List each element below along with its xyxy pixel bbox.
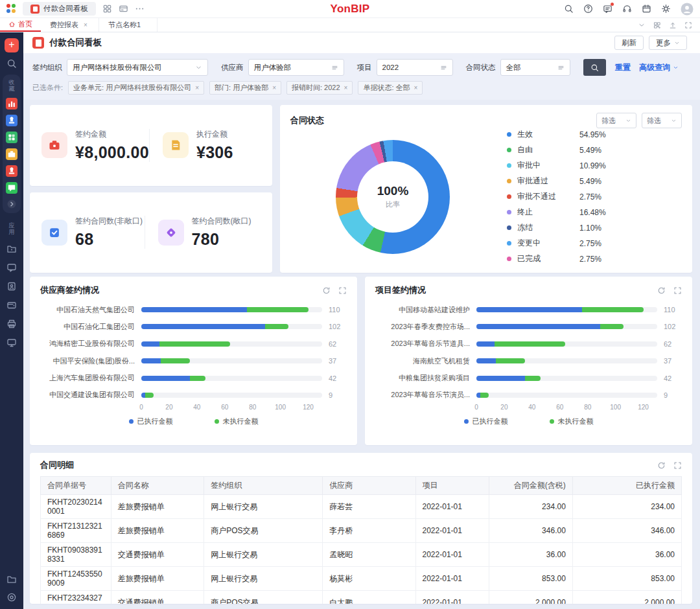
bar-segment-已执行金额 [141, 376, 190, 381]
refresh-icon[interactable] [657, 286, 666, 295]
filter-field-input-3[interactable]: 全部 [500, 59, 570, 76]
remove-tag-icon[interactable]: × [272, 84, 276, 91]
bar-row[interactable]: 中国交通建设集团有限公司9 [40, 389, 347, 401]
headset-icon[interactable] [622, 4, 632, 14]
donut-filter-select-0[interactable]: 筛选 [596, 113, 636, 128]
legend-item-变更中[interactable]: 变更中2.75% [507, 237, 672, 249]
bar-row[interactable]: 中国石油化工集团公司102 [40, 321, 347, 332]
legend-item-生效[interactable]: 生效54.95% [507, 128, 672, 141]
supplier-bar-chart[interactable]: 中国石油天然气集团公司110中国石油化工集团公司102鸿海精密工业股份有限公司6… [40, 296, 347, 402]
legend-item-已完成[interactable]: 已完成2.75% [507, 253, 672, 265]
table-row[interactable]: FKHT090383918331交通费报销单网上银行交易孟晓昭2022-01-0… [41, 543, 682, 567]
bar-row[interactable]: 2023年春季友费控市场...102 [375, 321, 682, 332]
bar-legend-未执行金额[interactable]: 未执行金额 [215, 417, 259, 426]
remove-tag-icon[interactable]: × [414, 84, 418, 91]
project-bar-chart[interactable]: 中国移动基站建设维护1102023年春季友费控市场...1022023年草莓音乐… [375, 296, 682, 402]
expand-favorites-icon[interactable] [6, 199, 17, 209]
sidebar-doc-user-icon[interactable] [6, 281, 17, 292]
sidebar-printer-icon[interactable] [6, 319, 17, 329]
more-ellipsis-icon[interactable] [135, 4, 145, 14]
legend-item-审批通过[interactable]: 审批通过5.49% [507, 175, 672, 187]
expand-icon[interactable] [673, 461, 682, 470]
refresh-button[interactable]: 刷新 [614, 36, 644, 50]
bar-row[interactable]: 中粮集团扶贫采购项目42 [375, 373, 682, 384]
legend-item-审批中[interactable]: 审批中10.99% [507, 159, 672, 172]
sidebar-fav-report-app-icon[interactable] [6, 98, 18, 109]
bar-row[interactable]: 2023年草莓音乐节道具...62 [375, 338, 682, 350]
donut-filter-select-1[interactable]: 筛选 [642, 113, 682, 128]
search-icon[interactable] [564, 4, 574, 14]
tabs-chevron-down-icon[interactable] [638, 21, 646, 29]
kpi-label: 签约金额 [75, 129, 149, 140]
table-row[interactable]: FKHT124535509009差旅费报销单网上银行交易杨莫彬2022-01-0… [41, 567, 682, 591]
favorites-label: 收藏 [8, 79, 16, 93]
advanced-query-link[interactable]: 高级查询 [639, 62, 679, 73]
bar-row[interactable]: 中国平安保险(集团)股份...37 [40, 355, 347, 367]
sidebar-monitor-chat-icon[interactable] [6, 338, 17, 348]
add-button[interactable]: + [5, 38, 19, 52]
filter-field-input-0[interactable]: 用户网络科技股份有限公司 [67, 59, 208, 76]
expand-icon[interactable] [673, 286, 682, 295]
sidebar-search-icon[interactable] [6, 58, 17, 69]
refresh-icon[interactable] [657, 461, 666, 470]
reset-link[interactable]: 重置 [615, 62, 631, 73]
bar-legend-已执行金额[interactable]: 已执行金额 [464, 417, 508, 426]
bar-row[interactable]: 海南航空飞机租赁37 [375, 355, 682, 367]
table-row[interactable]: FKHT232343277467交通费报销单商户POS交易白大鹏2022-01-… [41, 591, 682, 604]
settings-icon[interactable] [661, 4, 671, 14]
grid-apps-icon[interactable] [102, 4, 112, 14]
sidebar-fav-chat-app-icon[interactable] [6, 182, 18, 194]
legend-item-冻结[interactable]: 冻结1.10% [507, 222, 672, 234]
bar-value-label: 37 [664, 357, 682, 365]
bar-category-label: 2023年草莓音乐节演员... [375, 390, 470, 400]
bar-legend-未执行金额[interactable]: 未执行金额 [550, 417, 594, 426]
filter-field-input-2[interactable]: 2022 [377, 59, 453, 76]
qr-grid-icon[interactable] [653, 21, 661, 29]
refresh-icon[interactable] [322, 286, 331, 295]
expand-icon[interactable] [338, 286, 347, 295]
bar-row[interactable]: 中国石油天然气集团公司110 [40, 304, 347, 316]
bar-row[interactable]: 上海汽车集团股份有限公司42 [40, 373, 347, 384]
sidebar-fav-briefcase-app-icon[interactable] [6, 148, 18, 160]
dashboard-doc-tab[interactable]: 付款合同看板 [23, 2, 96, 16]
legend-item-自由[interactable]: 自由5.49% [507, 144, 672, 156]
bar-row[interactable]: 2023年草莓音乐节演员...9 [375, 389, 682, 401]
sidebar-fav-stamp-app-icon[interactable] [6, 115, 18, 126]
card-view-icon[interactable] [119, 4, 128, 14]
bar-row[interactable]: 中国移动基站建设维护110 [375, 304, 682, 316]
sidebar-fav-grid-app-icon[interactable] [6, 132, 18, 143]
help-icon[interactable] [583, 4, 593, 14]
legend-item-终止[interactable]: 终止16.48% [507, 206, 672, 218]
sidebar-folder-icon[interactable] [6, 574, 17, 584]
yonyou-logo-icon[interactable] [6, 4, 16, 14]
remove-tag-icon[interactable]: × [344, 84, 348, 91]
calendar-icon[interactable] [642, 4, 651, 14]
table-row[interactable]: FKHT202302140001差旅费报销单网上银行交易薛若芸2022-01-0… [41, 495, 682, 519]
sidebar-chat-icon[interactable] [6, 262, 17, 273]
nav-tab-1[interactable]: 节点名称1 [99, 18, 158, 32]
sidebar-target-icon[interactable] [6, 592, 17, 603]
bar-row[interactable]: 鸿海精密工业股份有限公司62 [40, 338, 347, 350]
user-avatar[interactable] [681, 3, 694, 16]
bar-legend-已执行金额[interactable]: 已执行金额 [129, 417, 173, 426]
message-icon[interactable] [603, 4, 612, 14]
nav-tab-0[interactable]: 费控报表× [41, 18, 99, 32]
remove-tag-icon[interactable]: × [195, 84, 199, 91]
close-tab-icon[interactable]: × [84, 21, 88, 29]
search-button[interactable] [583, 59, 607, 76]
legend-percent: 5.49% [579, 177, 672, 186]
more-button[interactable]: 更多 [649, 36, 687, 50]
table-row[interactable]: FKHT213123216869差旅费报销单商户POS交易李丹桥2022-01-… [41, 519, 682, 543]
sidebar-fav-seal-app-icon[interactable] [6, 165, 18, 177]
upload-icon[interactable] [669, 21, 677, 29]
legend-item-审批不通过[interactable]: 审批不通过2.75% [507, 190, 672, 203]
fullscreen-icon[interactable] [684, 21, 692, 29]
filter-field-input-1[interactable]: 用户体验部 [248, 59, 344, 76]
sidebar-folder-star-icon[interactable] [6, 244, 17, 254]
table-cell: FKHT213123216869 [41, 519, 111, 543]
tab-home[interactable]: 首页 [0, 18, 41, 32]
x-tick: 40 [528, 404, 535, 411]
contract-status-donut-chart[interactable]: 100% 比率 [336, 140, 450, 254]
nav-tab-label: 节点名称1 [108, 20, 141, 30]
sidebar-wallet-icon[interactable] [6, 300, 17, 310]
